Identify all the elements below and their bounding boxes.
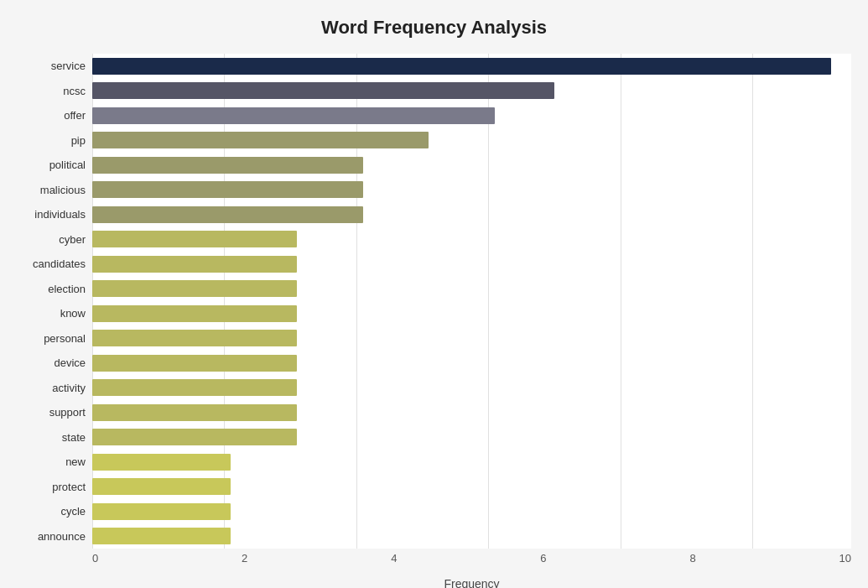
y-label: know bbox=[60, 303, 86, 325]
bar-row bbox=[92, 501, 851, 523]
bar-individuals bbox=[92, 206, 363, 223]
bar-row bbox=[92, 228, 851, 250]
bar-row bbox=[92, 303, 851, 325]
y-label: support bbox=[49, 402, 86, 424]
y-label: state bbox=[62, 426, 86, 448]
chart-title: Word Frequency Analysis bbox=[17, 17, 851, 39]
bar-row bbox=[92, 204, 851, 226]
bar-row bbox=[92, 327, 851, 349]
bar-personal bbox=[92, 330, 297, 346]
grid-line bbox=[621, 54, 621, 549]
x-tick: 4 bbox=[391, 552, 397, 565]
bar-row bbox=[92, 253, 851, 275]
x-tick: 2 bbox=[242, 552, 247, 565]
y-label: activity bbox=[52, 377, 86, 398]
bar-row bbox=[92, 377, 851, 398]
x-tick: 0 bbox=[92, 552, 98, 565]
grid-line bbox=[752, 54, 753, 549]
chart-area: servicencscofferpippoliticalmaliciousind… bbox=[17, 54, 851, 549]
bar-pip bbox=[92, 132, 429, 148]
bar-row bbox=[92, 80, 851, 101]
bar-protect bbox=[92, 478, 231, 495]
bar-cyber bbox=[92, 231, 297, 247]
y-label: new bbox=[65, 451, 86, 473]
bar-device bbox=[92, 355, 297, 372]
y-label: protect bbox=[52, 476, 86, 497]
bar-row bbox=[92, 426, 851, 448]
x-axis-label: Frequency bbox=[92, 577, 851, 588]
bar-offer bbox=[92, 107, 495, 124]
chart-container: Word Frequency Analysis servicencscoffer… bbox=[0, 0, 868, 588]
bar-row bbox=[92, 352, 851, 374]
bar-row bbox=[92, 154, 851, 176]
bar-row bbox=[92, 402, 851, 424]
x-ticks: 0246810 bbox=[92, 549, 851, 565]
bars-area bbox=[92, 54, 851, 549]
bar-ncsc bbox=[92, 82, 554, 99]
bar-row bbox=[92, 451, 851, 473]
grid-line bbox=[92, 54, 93, 549]
bar-cycle bbox=[92, 503, 231, 520]
x-axis-area: 0246810 bbox=[92, 549, 851, 574]
x-tick: 8 bbox=[689, 552, 695, 565]
grid-line bbox=[488, 54, 489, 549]
y-label: announce bbox=[38, 525, 86, 547]
y-label: cycle bbox=[60, 501, 86, 523]
bar-know bbox=[92, 305, 297, 322]
y-label: malicious bbox=[40, 179, 86, 200]
y-label: offer bbox=[64, 105, 86, 127]
y-label: individuals bbox=[34, 204, 86, 226]
bar-row bbox=[92, 105, 851, 127]
bar-row bbox=[92, 55, 851, 77]
bar-row bbox=[92, 179, 851, 200]
y-label: service bbox=[51, 55, 86, 77]
bar-election bbox=[92, 280, 297, 297]
bar-announce bbox=[92, 528, 231, 544]
y-label: device bbox=[54, 352, 86, 374]
y-label: personal bbox=[44, 327, 86, 349]
bar-row bbox=[92, 476, 851, 497]
grid-lines bbox=[92, 54, 851, 549]
bar-support bbox=[92, 404, 297, 421]
y-label: political bbox=[49, 154, 86, 176]
y-label: cyber bbox=[59, 228, 86, 250]
bar-row bbox=[92, 278, 851, 299]
bar-row bbox=[92, 525, 851, 547]
bar-state bbox=[92, 429, 297, 445]
y-label: election bbox=[48, 278, 86, 299]
bar-political bbox=[92, 157, 363, 174]
bar-candidates bbox=[92, 256, 297, 273]
bar-activity bbox=[92, 379, 297, 396]
bar-malicious bbox=[92, 181, 363, 198]
y-label: candidates bbox=[33, 253, 86, 275]
y-label: pip bbox=[71, 129, 86, 151]
y-labels: servicencscofferpippoliticalmaliciousind… bbox=[17, 54, 92, 549]
bar-service bbox=[92, 58, 831, 75]
bar-new bbox=[92, 454, 231, 471]
y-label: ncsc bbox=[63, 80, 86, 101]
x-tick: 10 bbox=[839, 552, 850, 565]
x-tick: 6 bbox=[540, 552, 546, 565]
grid-line bbox=[224, 54, 225, 549]
grid-line bbox=[356, 54, 357, 549]
bar-row bbox=[92, 129, 851, 151]
